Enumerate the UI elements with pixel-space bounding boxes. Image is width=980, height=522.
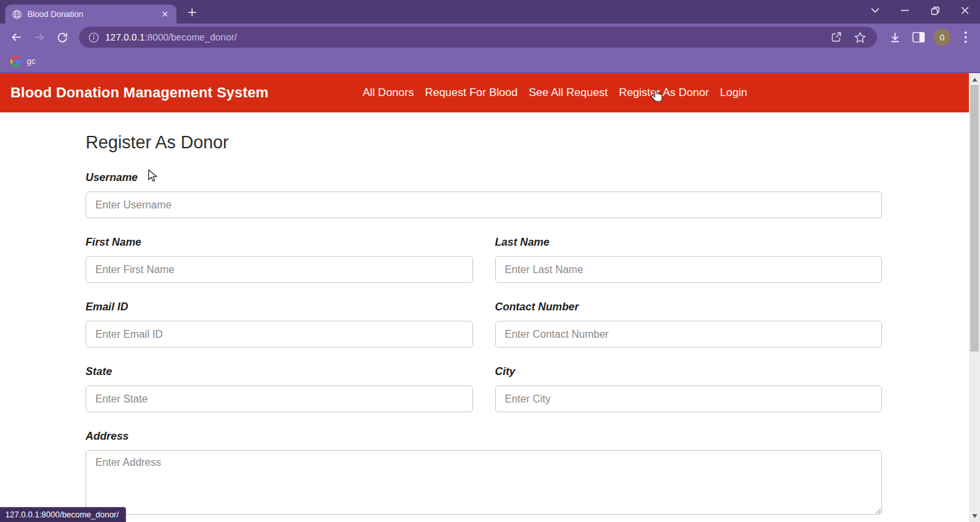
google-favicon-icon xyxy=(10,56,21,67)
globe-favicon-icon xyxy=(12,9,22,20)
address-bar[interactable]: 127.0.0.1:8000/become_donor/ xyxy=(79,27,877,48)
address-label: Address xyxy=(86,430,882,442)
email-label: Email ID xyxy=(86,301,473,312)
restore-button[interactable] xyxy=(920,0,950,21)
last-name-input[interactable] xyxy=(495,256,883,283)
browser-tab[interactable]: Blood Donation xyxy=(5,5,176,24)
tab-search-chevron-icon[interactable] xyxy=(860,0,890,21)
avatar: 0 xyxy=(934,29,951,46)
window-controls xyxy=(860,0,980,21)
email-input[interactable] xyxy=(86,321,473,348)
download-icon[interactable] xyxy=(886,28,904,46)
close-window-button[interactable] xyxy=(950,0,980,21)
last-name-label: Last Name xyxy=(495,236,883,248)
site-navbar: Blood Donation Management System All Don… xyxy=(0,73,969,112)
username-input[interactable] xyxy=(86,191,882,218)
site-info-icon[interactable] xyxy=(88,32,99,43)
site-nav-links: All Donors Request For Blood See All Req… xyxy=(363,73,747,112)
first-name-label: First Name xyxy=(86,236,473,248)
contact-number-input[interactable] xyxy=(495,321,883,348)
nav-login[interactable]: Login xyxy=(720,86,747,99)
bookmarks-bar: gc xyxy=(0,51,980,72)
reload-button[interactable] xyxy=(54,29,71,46)
site-brand[interactable]: Blood Donation Management System xyxy=(10,73,269,112)
new-tab-button[interactable] xyxy=(186,6,199,19)
link-status-bar: 127.0.0.1:8000/become_donor/ xyxy=(0,507,126,522)
nav-see-all-request[interactable]: See All Request xyxy=(529,86,608,99)
scroll-up-arrow-icon[interactable] xyxy=(969,74,980,85)
side-panel-icon[interactable] xyxy=(909,28,928,46)
browser-menu-icon[interactable] xyxy=(956,28,975,46)
browser-toolbar: 127.0.0.1:8000/become_donor/ xyxy=(0,24,980,51)
city-label: City xyxy=(495,365,883,377)
page-title: Register As Donor xyxy=(86,133,882,152)
contact-number-label: Contact Number xyxy=(495,301,883,312)
city-input[interactable] xyxy=(495,385,883,412)
url-text: 127.0.0.1:8000/become_donor/ xyxy=(105,32,237,42)
register-donor-form: Register As Donor Username First Name La… xyxy=(0,133,969,517)
scrollbar-thumb[interactable] xyxy=(970,85,979,351)
page-viewport: Blood Donation Management System All Don… xyxy=(0,73,969,522)
tab-close-icon[interactable] xyxy=(159,9,170,20)
nav-all-donors[interactable]: All Donors xyxy=(363,86,414,99)
browser-chrome: Blood Donation xyxy=(0,0,980,72)
username-label: Username xyxy=(86,171,882,183)
nav-request-for-blood[interactable]: Request For Blood xyxy=(425,86,517,99)
scroll-down-arrow-icon[interactable] xyxy=(969,510,980,521)
address-textarea[interactable] xyxy=(86,450,882,515)
forward-button[interactable] xyxy=(31,29,48,46)
back-button[interactable] xyxy=(8,29,25,46)
tab-title: Blood Donation xyxy=(27,10,154,19)
bookmark-star-icon[interactable] xyxy=(852,29,868,45)
state-input[interactable] xyxy=(86,385,473,412)
tab-strip: Blood Donation xyxy=(0,0,980,24)
minimize-button[interactable] xyxy=(890,0,920,21)
bookmark-item[interactable]: gc xyxy=(27,57,35,66)
nav-register-as-donor[interactable]: Register As Donor xyxy=(619,86,709,99)
page-scrollbar[interactable] xyxy=(969,73,980,522)
profile-avatar[interactable]: 0 xyxy=(933,28,951,46)
state-label: State xyxy=(86,365,473,377)
share-icon[interactable] xyxy=(828,29,844,45)
first-name-input[interactable] xyxy=(86,256,473,283)
